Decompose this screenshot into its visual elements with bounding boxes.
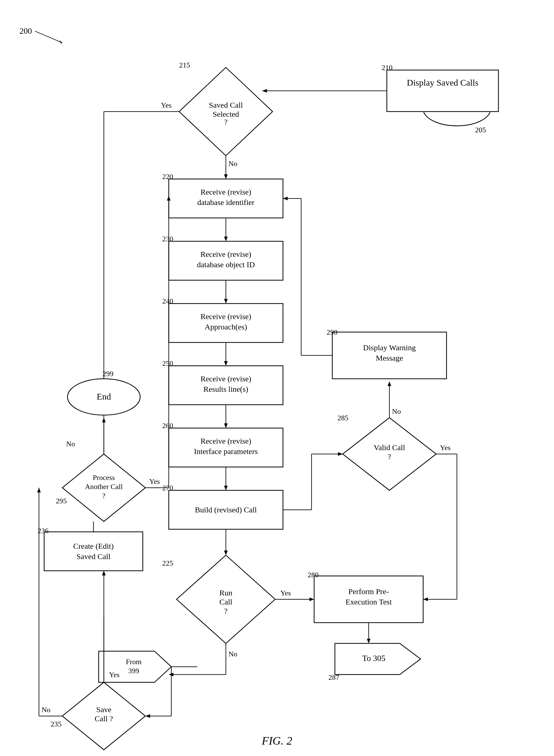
receive-db-obj-label: Receive (revise) — [201, 250, 251, 259]
valid-call-label: Valid Call — [374, 443, 405, 452]
svg-text:Call: Call — [219, 597, 232, 606]
to-305-label: To 305 — [362, 653, 385, 663]
ref-285: 285 — [337, 414, 348, 422]
perform-pre-label: Perform Pre- — [348, 587, 389, 596]
no-label-295: No — [66, 440, 75, 448]
svg-text:?: ? — [224, 118, 227, 126]
receive-results-label: Receive (revise) — [201, 374, 251, 383]
yes-label-235: Yes — [109, 671, 120, 679]
receive-db-id-label: Receive (revise) — [201, 188, 251, 196]
ref-299: 299 — [103, 370, 113, 378]
svg-rect-61 — [44, 532, 143, 571]
ref-250: 250 — [162, 359, 173, 367]
display-warning-label: Display Warning — [363, 343, 416, 352]
ref-260: 260 — [162, 422, 173, 430]
ref-236: 236 — [38, 527, 49, 535]
no-label-225: No — [228, 650, 237, 658]
svg-text:database object ID: database object ID — [197, 260, 255, 269]
yes-label-225: Yes — [280, 589, 291, 597]
ref-220: 220 — [162, 173, 173, 181]
process-another-label: Process — [93, 474, 115, 482]
svg-text:Saved Call: Saved Call — [76, 552, 111, 561]
svg-text:?: ? — [102, 492, 105, 500]
svg-text:Another Call: Another Call — [85, 483, 123, 491]
ref-210: 210 — [382, 64, 392, 72]
ref-235: 235 — [51, 720, 61, 728]
display-saved-calls-label: Display Saved Calls — [407, 78, 479, 87]
create-edit-label: Create (Edit) — [73, 542, 114, 551]
ref-225: 225 — [162, 559, 173, 567]
svg-text:399: 399 — [128, 667, 139, 675]
end-label: End — [97, 392, 111, 401]
ref-205: 205 — [475, 126, 486, 134]
svg-rect-6 — [387, 70, 498, 112]
receive-approaches-label: Receive (revise) — [201, 312, 251, 321]
svg-text:Message: Message — [376, 354, 403, 362]
svg-text:Execution Test: Execution Test — [345, 597, 392, 606]
svg-text:Call ?: Call ? — [95, 714, 113, 723]
ref-230: 230 — [162, 235, 173, 243]
run-call-label: Run — [219, 588, 232, 597]
svg-text:?: ? — [224, 607, 227, 615]
no-label-285: No — [392, 407, 401, 415]
ref-287: 287 — [328, 673, 339, 681]
no-label-215: No — [228, 160, 237, 168]
receive-interface-label: Receive (revise) — [201, 437, 251, 445]
yes-label-215: Yes — [161, 101, 172, 109]
svg-text:database identifier: database identifier — [197, 198, 255, 206]
build-call-label: Build (revised) Call — [195, 505, 257, 514]
svg-text:Interface parameters: Interface parameters — [194, 447, 258, 455]
ref-215: 215 — [179, 61, 190, 69]
save-call-label: Save — [96, 705, 111, 714]
ref-200: 200 — [19, 26, 32, 36]
flowchart-diagram: 200 Start 205 Display Saved Calls 210 Sa… — [0, 0, 554, 756]
ref-280: 280 — [308, 571, 319, 579]
ref-290: 290 — [327, 328, 337, 336]
yes-label-285: Yes — [440, 444, 451, 452]
from-399-label: From — [126, 658, 142, 666]
no-label-235: No — [42, 706, 50, 714]
svg-text:?: ? — [388, 452, 391, 461]
svg-text:Approach(es): Approach(es) — [205, 322, 247, 331]
yes-label-295: Yes — [149, 478, 160, 486]
saved-call-selected-label: Saved Call — [209, 101, 243, 109]
svg-text:Results line(s): Results line(s) — [204, 385, 248, 393]
ref-240: 240 — [162, 297, 173, 305]
ref-295: 295 — [56, 497, 67, 505]
fig-label: FIG. 2 — [262, 735, 292, 747]
svg-text:Selected: Selected — [213, 110, 239, 118]
